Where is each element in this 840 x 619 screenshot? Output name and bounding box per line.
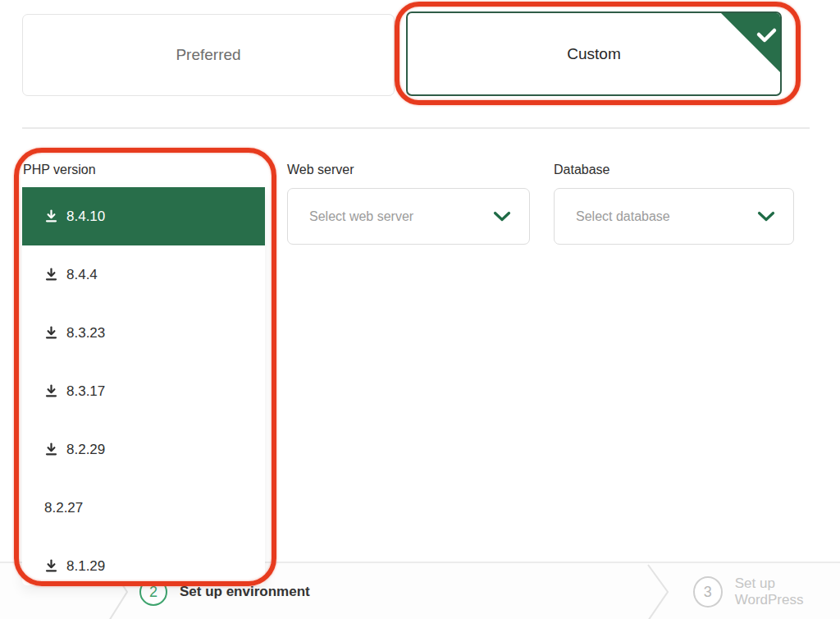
- database-select[interactable]: Select database: [554, 188, 794, 245]
- tab-custom[interactable]: Custom: [406, 11, 782, 96]
- php-version-label: PHP version: [23, 163, 96, 177]
- download-icon: [44, 209, 58, 223]
- php-version-list[interactable]: 8.4.10 8.4.4 8.3.23: [22, 187, 265, 585]
- php-version-option[interactable]: 8.1.29: [22, 537, 265, 585]
- step-number-badge: 3: [693, 576, 723, 608]
- step-setup-wordpress: 3 Set up WordPress: [693, 563, 840, 619]
- php-version-option[interactable]: 8.2.29: [22, 420, 265, 479]
- download-icon: [44, 442, 58, 456]
- setup-environment-screen: Preferred Custom PHP version Web server …: [0, 0, 840, 619]
- section-divider: [22, 127, 810, 129]
- download-icon: [44, 326, 58, 340]
- download-icon: [44, 384, 58, 398]
- chevron-down-icon: [757, 211, 775, 222]
- download-icon: [44, 559, 58, 573]
- tab-preferred-label: Preferred: [176, 46, 240, 64]
- web-server-select[interactable]: Select web server: [287, 188, 530, 245]
- selected-corner-badge: [716, 11, 782, 77]
- php-version-option-label: 8.2.29: [66, 442, 105, 458]
- php-version-option[interactable]: 8.3.17: [22, 362, 265, 420]
- tab-preferred[interactable]: Preferred: [22, 14, 395, 96]
- php-version-option-label: 8.4.4: [66, 267, 98, 283]
- web-server-label: Web server: [287, 163, 354, 177]
- step-label: Set up WordPress: [735, 575, 840, 608]
- download-icon: [44, 268, 58, 282]
- web-server-placeholder: Select web server: [309, 209, 413, 224]
- chevron-down-icon: [493, 211, 511, 222]
- php-version-option-label: 8.2.27: [44, 500, 83, 516]
- php-version-option[interactable]: 8.4.4: [22, 245, 265, 304]
- tab-custom-label: Custom: [567, 45, 620, 63]
- php-version-option-label: 8.1.29: [66, 558, 105, 575]
- database-label: Database: [554, 163, 610, 177]
- step-label: Set up environment: [180, 584, 310, 600]
- php-version-option[interactable]: 8.2.27: [22, 479, 265, 537]
- database-placeholder: Select database: [576, 209, 670, 224]
- php-version-option-label: 8.3.23: [66, 325, 105, 342]
- php-version-option[interactable]: 8.3.23: [22, 304, 265, 362]
- php-version-option[interactable]: 8.4.10: [22, 187, 265, 245]
- php-version-option-label: 8.3.17: [66, 383, 105, 400]
- php-version-option-label: 8.4.10: [66, 209, 105, 225]
